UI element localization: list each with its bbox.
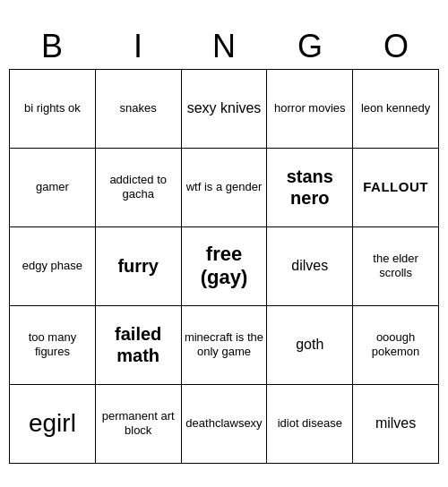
- bingo-cell-1: snakes: [96, 70, 182, 149]
- bingo-cell-5: gamer: [10, 149, 96, 227]
- header-n: N: [181, 24, 267, 69]
- bingo-header: B I N G O: [9, 24, 439, 69]
- header-b: B: [9, 24, 95, 69]
- header-i: I: [95, 24, 181, 69]
- bingo-cell-15: too many figures: [10, 306, 96, 385]
- bingo-cell-23: idiot disease: [267, 385, 353, 464]
- bingo-cell-18: goth: [267, 306, 353, 385]
- bingo-cell-20: egirl: [10, 385, 96, 464]
- bingo-cell-17: minecraft is the only game: [182, 306, 268, 385]
- bingo-cell-2: sexy knives: [182, 70, 268, 149]
- bingo-cell-4: leon kennedy: [353, 70, 439, 149]
- bingo-cell-12: free (gay): [182, 227, 268, 306]
- bingo-cell-13: dilves: [267, 227, 353, 306]
- bingo-cell-3: horror movies: [267, 70, 353, 149]
- bingo-cell-0: bi rights ok: [10, 70, 96, 149]
- bingo-cell-6: addicted to gacha: [96, 149, 182, 227]
- bingo-card: B I N G O bi rights oksnakessexy knivesh…: [9, 24, 439, 464]
- bingo-cell-19: ooough pokemon: [353, 306, 439, 385]
- bingo-cell-7: wtf is a gender: [182, 149, 268, 227]
- header-g: G: [267, 24, 353, 69]
- bingo-cell-9: FALLOUT: [353, 149, 439, 227]
- bingo-cell-10: edgy phase: [10, 227, 96, 306]
- header-o: O: [353, 24, 439, 69]
- bingo-cell-24: milves: [353, 385, 439, 464]
- bingo-cell-8: stans nero: [267, 149, 353, 227]
- bingo-cell-22: deathclawsexy: [182, 385, 268, 464]
- bingo-cell-14: the elder scrolls: [353, 227, 439, 306]
- bingo-cell-11: furry: [96, 227, 182, 306]
- bingo-cell-21: permanent art block: [96, 385, 182, 464]
- bingo-grid: bi rights oksnakessexy kniveshorror movi…: [9, 69, 439, 464]
- bingo-cell-16: failed math: [96, 306, 182, 385]
